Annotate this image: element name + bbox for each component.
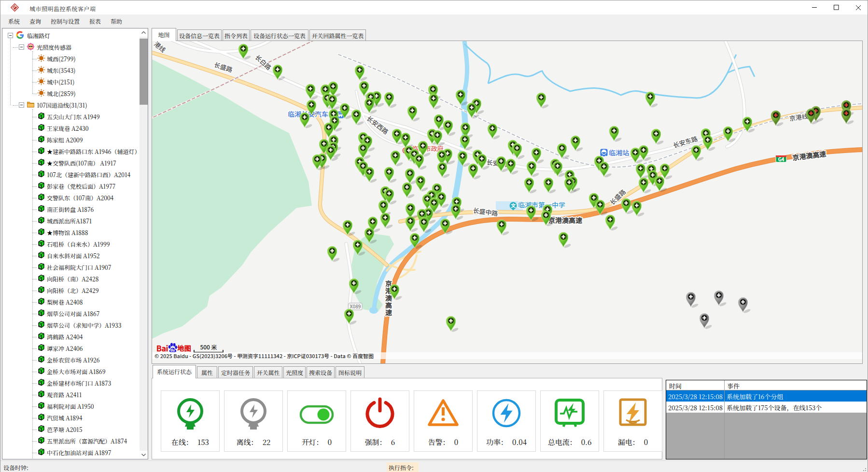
main-tab-1[interactable]: 设备信息一览表 [177,29,222,41]
bulb-green-icon [172,396,209,433]
close-button[interactable] [847,0,868,14]
device-icon [37,448,45,456]
tree-item-device[interactable]: 自来水斜对面 A1952 [2,250,139,262]
tree-expander[interactable] [19,44,24,50]
tree-item-device[interactable]: 鸿鹤路 A2404 [2,331,139,343]
card-value: 22 [263,437,271,447]
tree-item[interactable]: 城东(3543) [2,65,139,76]
tree-item-label: 梨树巷 A2408 [47,299,83,305]
tree-item-label: 中石化加油站对面 A1897 [47,449,111,456]
tree-item-device[interactable]: 五尖山大门东 A1949 [2,111,139,123]
scroll-down-button[interactable] [140,451,148,459]
main-tab-4[interactable]: 开关回路属性一览表 [309,29,366,41]
tree-scrollbar[interactable] [140,28,148,459]
tree-item-device[interactable]: ★交警队西(107南） A1917 [2,157,139,169]
map-label: 临湘市第一中学 [518,200,565,209]
bottom-tab-3[interactable]: 开关属性 [254,366,282,378]
power-red-icon [362,396,398,433]
tree-item-device[interactable]: 城西派出所A1871 [2,215,139,227]
tree-item-device[interactable]: 向阳桥（南）A2428 [2,273,139,285]
menu-item-3[interactable]: 报表 [89,17,101,25]
menu-item-4[interactable]: 帮助 [111,17,122,25]
tree-item-device[interactable]: ★博物馆 A1888 [2,227,139,238]
minimize-button[interactable] [804,0,826,14]
bottom-tab-1[interactable]: 属性 [197,366,217,378]
maximize-button[interactable] [826,0,847,14]
status-card-bulb-green: 在线：153 [161,390,220,452]
device-icon [37,205,45,213]
tree-item-device[interactable]: 观音路 A2411 [2,389,139,401]
tree-item-device[interactable]: 南正街转盘 A1876 [2,204,139,215]
tree-item-device[interactable] [2,458,139,459]
tree-item-label: 城东(3543) [47,67,75,74]
device-icon [37,263,45,271]
bulb-gray-icon [235,396,272,433]
tree-item-device[interactable]: 谭家冲 A2406 [2,343,139,354]
tree-item-device[interactable]: 汽贸城 A1894 [2,412,139,424]
exec-command-label: 执行指令: [387,462,419,472]
scroll-up-button[interactable] [140,28,148,37]
tree-item-device[interactable]: 社会福利院大门口 A1907 [2,262,139,273]
bottom-tab-6[interactable]: 图标说明 [336,366,364,378]
tree-item-device[interactable]: ★建新中路路口东 A1946（辅道灯） [2,146,139,157]
main-tab-3[interactable]: 设备运行状态一览表 [251,29,308,41]
tree-item-device[interactable]: 王家珑巷 A2430 [2,123,139,134]
tree-item-label: 向阳桥（北）A2429 [47,287,98,294]
tree-item-device[interactable]: 福利院对面 A1950 [2,401,139,412]
event-row[interactable]: 2025/3/28 12:15:08系统加载了175个设备，在线153个 [666,402,867,413]
tree-item-device[interactable]: 中石化加油站对面 A1897 [2,447,139,458]
menu-item-0[interactable]: 系统 [8,17,20,25]
main-tab-0[interactable]: 地图 [152,28,176,41]
tree-item-label: 城北(2859) [47,90,76,97]
tree-item-device[interactable]: 交警队东（107南）A2004 [2,192,139,204]
tree-item-device[interactable]: 梨树巷 A2408 [2,296,139,308]
event-time: 2025/3/28 12:15:08 [668,392,723,401]
tree-item-device[interactable]: 向阳桥（北）A2429 [2,285,139,296]
main-tab-2[interactable]: 指令列表 [223,29,250,41]
tree-item[interactable]: 城中(2151) [2,76,139,88]
device-icon [37,216,45,224]
tree-item-device[interactable]: 107北（建新中路路口西）A2014 [2,169,139,180]
tree-item-label: 城西(2799) [47,56,76,62]
poi-train-icon [601,149,608,157]
tree-item-device[interactable]: 彭家巷（党校后面）A1977 [2,180,139,192]
card-value: 0.04 [512,437,527,447]
column-header-event[interactable]: 事件 [727,381,740,390]
event-log-table[interactable]: 时间 事件 2025/3/28 12:15:08系统加载了16个分组2025/3… [666,380,867,459]
bottom-tab-5[interactable]: 搜索设备 [307,366,335,378]
status-card-power-red: 强制：6 [350,390,409,452]
tree-item-device[interactable]: 烟草公司对面 A1867 [2,308,139,319]
baidu-map[interactable]: 港线长盛路长白路长安中路长安西路长安东路京港线长盛中路长盛路京港澳高速京港澳高速… [152,41,862,363]
tree-expander[interactable] [19,102,24,108]
resize-grip[interactable] [862,467,867,472]
tree-item[interactable]: 107国道沿线(31/31) [2,99,139,111]
column-header-time[interactable]: 时间 [669,381,682,390]
event-row[interactable]: 2025/3/28 12:15:08系统加载了16个分组 [666,390,867,402]
menu-item-2[interactable]: 控制与设置 [51,17,80,25]
road-badge-X089: X089 [349,303,362,310]
tree-item-device[interactable]: 金桥农贸市场 A1926 [2,354,139,366]
app-icon [11,3,19,12]
tree-expander[interactable] [8,33,13,38]
scrollbar-thumb[interactable] [140,39,148,105]
tree-item-device[interactable]: 烟草公司（求知中学）A1933 [2,319,139,331]
tree-item-device[interactable]: 陈家组 A2009 [2,134,139,146]
bottom-tab-4[interactable]: 光照度 [283,366,306,378]
tree-item-label: ★交警队西(107南） A1917 [47,160,116,167]
menu-item-1[interactable]: 查询 [29,17,41,25]
tree-item-device[interactable]: 芭茅塘 A2015 [2,424,139,435]
tree-item-device[interactable]: 五里派出所（富源汽配）A1874 [2,435,139,447]
device-icon [37,402,45,410]
tree-item-device[interactable]: 金桥建材市场门口 A1873 [2,377,139,389]
tree-item-device[interactable]: 金桥大市场对面 A1869 [2,366,139,377]
bottom-tab-2[interactable]: 定时器任务 [218,366,253,378]
bottom-tab-0[interactable]: 系统运行状态 [153,365,196,378]
tree-item-label: 107北（建新中路路口西）A2014 [47,171,130,178]
tree-item[interactable]: 临湘路灯 [2,30,139,42]
card-label: 功率： [486,437,508,447]
tree-item-device[interactable]: 石咀桥（自来水）A1999 [2,238,139,250]
map-viewport[interactable]: 港线长盛路长白路长安中路长安西路长安东路京港线长盛中路长盛路京港澳高速京港澳高速… [152,41,862,363]
tree-item[interactable]: 城西(2799) [2,53,139,65]
tree-item[interactable]: 城北(2859) [2,88,139,99]
tree-item[interactable]: 光照度传感器 [2,42,139,53]
